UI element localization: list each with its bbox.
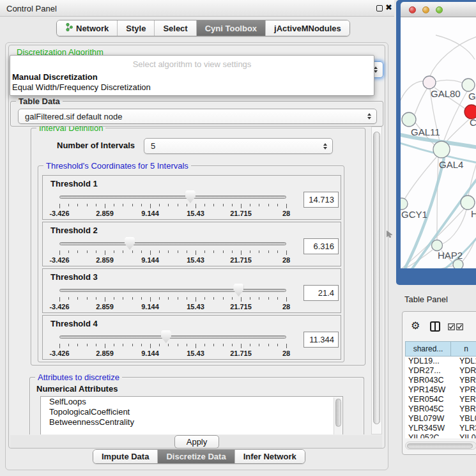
node-gal4[interactable] — [433, 141, 450, 158]
slider-tick — [105, 250, 105, 255]
node-pink[interactable] — [423, 76, 436, 89]
table-row[interactable]: YIL052CYIL0 — [405, 433, 476, 438]
threshold-slider-thumb[interactable] — [161, 330, 171, 343]
network-canvas[interactable]: GAL80GAL11GAL4GCY1HAP2GACH — [401, 17, 476, 268]
settings-scrollbar[interactable] — [371, 127, 382, 434]
slider-tick — [87, 297, 88, 300]
node-bottom[interactable] — [453, 259, 463, 268]
table-row[interactable]: YER054CYER0 — [405, 395, 476, 404]
table-row[interactable]: YBR045CYBR0 — [405, 404, 476, 414]
number-of-intervals-combo[interactable]: 5 — [144, 138, 333, 154]
node-gcy1[interactable] — [401, 198, 408, 210]
table-data-combo[interactable]: galFiltered.sif default node — [18, 109, 377, 124]
numerical-attributes-list[interactable]: SelfLoopsTopologicalCoefficientBetweenne… — [40, 396, 343, 434]
threshold-label: Threshold 1 — [50, 179, 98, 188]
close-light[interactable] — [409, 6, 416, 13]
slider-tick-label: 2.859 — [96, 210, 114, 217]
node-label-gal4: GAL4 — [439, 159, 463, 170]
threshold-block-3: Threshold 3-3.4262.8599.14415.4321.71528… — [42, 268, 341, 313]
threshold-slider-thumb[interactable] — [125, 237, 135, 250]
threshold-block-2: Threshold 2-3.4262.8599.14415.4321.71528… — [42, 222, 341, 266]
slider-tick — [159, 204, 160, 206]
threshold-value-field[interactable]: 6.316 — [303, 238, 339, 254]
split-column-icon[interactable] — [430, 321, 440, 332]
table-cell: YER054C — [408, 395, 444, 404]
table-cell: YDL19... — [408, 357, 440, 365]
combo-arrows-icon — [323, 143, 327, 150]
checkbox-icon[interactable] — [456, 323, 463, 330]
table-row[interactable]: YDR27...YDR2 — [405, 366, 476, 376]
threshold-value-field[interactable]: 11.344 — [303, 332, 339, 348]
table-row[interactable]: YLR345WYLR3 — [405, 424, 476, 433]
mode-tab-discretize-data[interactable]: Discretize Data — [157, 450, 234, 463]
tab-label: Discretize Data — [166, 452, 226, 461]
attribute-item-topologicalcoefficient[interactable]: TopologicalCoefficient — [41, 407, 342, 417]
tab-select[interactable]: Select — [154, 20, 196, 36]
table-row[interactable]: YBR043CYBR0 — [405, 376, 476, 385]
mode-tab-infer-network[interactable]: Infer Network — [234, 450, 305, 463]
slider-tick — [204, 204, 205, 206]
threshold-slider-track[interactable] — [59, 335, 286, 339]
node-top[interactable] — [462, 79, 475, 91]
threshold-slider-thumb[interactable] — [185, 190, 196, 203]
tab-cyni-toolbox[interactable]: Cyni Toolbox — [196, 20, 265, 36]
slider-tick-label: 2.859 — [96, 349, 114, 357]
table-horizontal-scrollbar[interactable] — [405, 441, 476, 450]
top-tab-bar: NetworkStyleSelectCyni ToolboxjActiveMNo… — [56, 20, 350, 36]
slider-tick — [114, 204, 114, 206]
gear-icon[interactable]: ⚙ — [411, 319, 420, 332]
table-row[interactable]: YDL19...YDL1 — [405, 357, 476, 366]
slider-tick — [141, 297, 142, 300]
algorithm-option-equal-width-frequency-discretization[interactable]: Equal Width/Frequency Discretization — [12, 82, 151, 92]
node-gal11[interactable] — [402, 112, 416, 127]
slider-tick-label: 28 — [282, 210, 290, 217]
slider-tick — [241, 204, 242, 208]
threshold-slider-thumb[interactable] — [233, 284, 243, 296]
apply-button[interactable]: Apply — [174, 435, 219, 449]
close-icon[interactable]: ✖ — [385, 3, 392, 12]
tab-style[interactable]: Style — [117, 20, 154, 36]
slider-tick — [250, 250, 250, 253]
threshold-value-field[interactable]: 14.713 — [303, 192, 339, 208]
slider-tick-label: -3.426 — [49, 256, 69, 264]
slider-tick — [286, 250, 287, 255]
tab-jactivemnodules[interactable]: jActiveMNodules — [265, 20, 349, 36]
minimize-light[interactable] — [422, 6, 429, 13]
slider-tick-label: 2.859 — [96, 303, 114, 311]
attributes-group: Attributes to discretize Numerical Attri… — [29, 377, 364, 434]
table-cell: YBR043C — [408, 376, 444, 385]
float-window-icon[interactable] — [376, 5, 383, 12]
slider-tick — [178, 250, 178, 253]
node-label-c: C — [470, 117, 476, 128]
node-right[interactable] — [461, 196, 475, 210]
checkbox-icon[interactable] — [448, 323, 455, 330]
table-scroll-thumb[interactable] — [407, 443, 473, 449]
slider-tick — [250, 297, 250, 300]
threshold-block-1: Threshold 1-3.4262.8599.14415.4321.71528… — [42, 175, 341, 220]
threshold-value-field[interactable]: 21.4 — [303, 285, 339, 301]
threshold-slider-track[interactable] — [59, 242, 286, 245]
zoom-light[interactable] — [436, 6, 443, 13]
attributes-list-scroll-thumb[interactable] — [335, 399, 341, 427]
attribute-item-betweennesscentrality[interactable]: BetweennessCentrality — [41, 417, 342, 427]
slider-tick — [77, 297, 78, 300]
attributes-list-scrollbar[interactable] — [334, 397, 342, 434]
slider-tick — [187, 297, 187, 300]
tab-network[interactable]: Network — [57, 20, 117, 36]
tab-label: Infer Network — [243, 452, 296, 461]
table-row[interactable]: YPR145WYPR1 — [405, 385, 476, 395]
attribute-item-selfloops[interactable]: SelfLoops — [41, 397, 342, 407]
mode-tab-impute-data[interactable]: Impute Data — [93, 450, 157, 463]
table-column-header-n[interactable]: n — [451, 341, 476, 357]
node-hap2[interactable] — [432, 240, 443, 251]
settings-scroll-thumb[interactable] — [373, 132, 380, 424]
threshold-slider-track[interactable] — [59, 289, 286, 292]
table-column-header-shared-[interactable]: shared... — [405, 341, 451, 357]
table-cell: YDR27... — [408, 366, 441, 375]
algorithm-option-manual-discretization[interactable]: Manual Discretization — [12, 72, 98, 82]
table-row[interactable]: YBL079WYBL0 — [405, 414, 476, 424]
slider-tick — [241, 297, 242, 302]
slider-tick — [150, 344, 151, 348]
slider-tick — [159, 344, 160, 346]
threshold-slider-track[interactable] — [59, 196, 286, 199]
